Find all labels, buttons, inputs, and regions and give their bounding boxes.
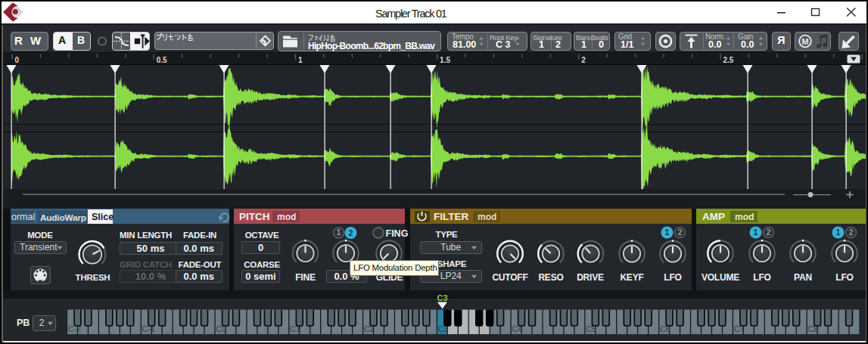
svg-text:2: 2 <box>581 56 586 64</box>
svg-text:1: 1 <box>754 228 758 237</box>
svg-text:2: 2 <box>767 228 771 237</box>
svg-text:0: 0 <box>15 56 20 64</box>
svg-text:2: 2 <box>349 228 353 237</box>
svg-text:1: 1 <box>836 228 841 237</box>
svg-text:1.5: 1.5 <box>440 56 450 64</box>
svg-text:2: 2 <box>849 228 854 237</box>
svg-text:1: 1 <box>298 56 303 64</box>
svg-text:C3: C3 <box>437 293 447 302</box>
svg-text:2.5: 2.5 <box>723 56 734 64</box>
svg-text:M: M <box>801 37 808 46</box>
svg-text:0.5: 0.5 <box>157 56 167 64</box>
svg-text:2: 2 <box>678 228 683 237</box>
svg-text:1: 1 <box>665 228 670 237</box>
svg-text:1: 1 <box>337 228 341 237</box>
